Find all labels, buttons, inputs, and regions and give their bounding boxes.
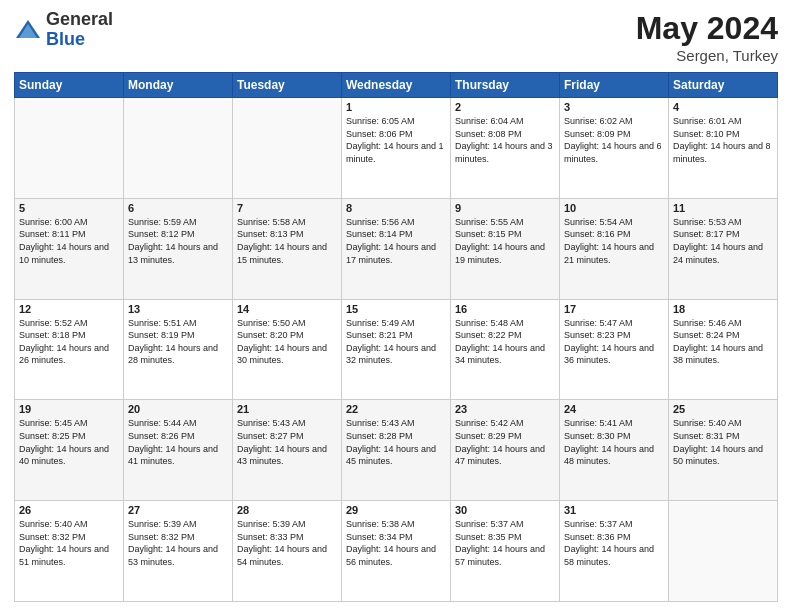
calendar-cell-1-0: 5Sunrise: 6:00 AM Sunset: 8:11 PM Daylig…	[15, 198, 124, 299]
day-number-0-6: 4	[673, 101, 773, 113]
calendar-cell-4-3: 29Sunrise: 5:38 AM Sunset: 8:34 PM Dayli…	[342, 501, 451, 602]
day-info-3-3: Sunrise: 5:43 AM Sunset: 8:28 PM Dayligh…	[346, 417, 446, 467]
calendar-cell-4-0: 26Sunrise: 5:40 AM Sunset: 8:32 PM Dayli…	[15, 501, 124, 602]
logo-icon	[14, 16, 42, 44]
day-info-1-6: Sunrise: 5:53 AM Sunset: 8:17 PM Dayligh…	[673, 216, 773, 266]
day-info-4-3: Sunrise: 5:38 AM Sunset: 8:34 PM Dayligh…	[346, 518, 446, 568]
calendar-cell-2-6: 18Sunrise: 5:46 AM Sunset: 8:24 PM Dayli…	[669, 299, 778, 400]
day-info-4-4: Sunrise: 5:37 AM Sunset: 8:35 PM Dayligh…	[455, 518, 555, 568]
day-info-2-4: Sunrise: 5:48 AM Sunset: 8:22 PM Dayligh…	[455, 317, 555, 367]
day-info-3-4: Sunrise: 5:42 AM Sunset: 8:29 PM Dayligh…	[455, 417, 555, 467]
day-info-2-1: Sunrise: 5:51 AM Sunset: 8:19 PM Dayligh…	[128, 317, 228, 367]
day-info-4-1: Sunrise: 5:39 AM Sunset: 8:32 PM Dayligh…	[128, 518, 228, 568]
day-number-2-0: 12	[19, 303, 119, 315]
page: General Blue May 2024 Sergen, Turkey Sun…	[0, 0, 792, 612]
day-number-3-2: 21	[237, 403, 337, 415]
day-info-2-5: Sunrise: 5:47 AM Sunset: 8:23 PM Dayligh…	[564, 317, 664, 367]
header: General Blue May 2024 Sergen, Turkey	[14, 10, 778, 64]
day-info-1-5: Sunrise: 5:54 AM Sunset: 8:16 PM Dayligh…	[564, 216, 664, 266]
day-number-4-2: 28	[237, 504, 337, 516]
subtitle: Sergen, Turkey	[636, 47, 778, 64]
calendar-cell-3-1: 20Sunrise: 5:44 AM Sunset: 8:26 PM Dayli…	[124, 400, 233, 501]
day-info-3-1: Sunrise: 5:44 AM Sunset: 8:26 PM Dayligh…	[128, 417, 228, 467]
day-number-4-5: 31	[564, 504, 664, 516]
title-block: May 2024 Sergen, Turkey	[636, 10, 778, 64]
day-number-0-3: 1	[346, 101, 446, 113]
day-info-1-0: Sunrise: 6:00 AM Sunset: 8:11 PM Dayligh…	[19, 216, 119, 266]
calendar-cell-2-4: 16Sunrise: 5:48 AM Sunset: 8:22 PM Dayli…	[451, 299, 560, 400]
day-number-1-5: 10	[564, 202, 664, 214]
day-info-0-3: Sunrise: 6:05 AM Sunset: 8:06 PM Dayligh…	[346, 115, 446, 165]
day-info-2-2: Sunrise: 5:50 AM Sunset: 8:20 PM Dayligh…	[237, 317, 337, 367]
week-row-3: 19Sunrise: 5:45 AM Sunset: 8:25 PM Dayli…	[15, 400, 778, 501]
col-friday: Friday	[560, 73, 669, 98]
day-info-2-3: Sunrise: 5:49 AM Sunset: 8:21 PM Dayligh…	[346, 317, 446, 367]
day-number-3-5: 24	[564, 403, 664, 415]
calendar-cell-3-2: 21Sunrise: 5:43 AM Sunset: 8:27 PM Dayli…	[233, 400, 342, 501]
day-number-1-1: 6	[128, 202, 228, 214]
day-number-3-4: 23	[455, 403, 555, 415]
calendar-cell-4-5: 31Sunrise: 5:37 AM Sunset: 8:36 PM Dayli…	[560, 501, 669, 602]
day-info-3-0: Sunrise: 5:45 AM Sunset: 8:25 PM Dayligh…	[19, 417, 119, 467]
calendar-cell-0-1	[124, 98, 233, 199]
day-number-1-2: 7	[237, 202, 337, 214]
logo-blue: Blue	[46, 30, 113, 50]
day-number-2-6: 18	[673, 303, 773, 315]
day-info-2-6: Sunrise: 5:46 AM Sunset: 8:24 PM Dayligh…	[673, 317, 773, 367]
calendar-cell-4-4: 30Sunrise: 5:37 AM Sunset: 8:35 PM Dayli…	[451, 501, 560, 602]
day-info-3-6: Sunrise: 5:40 AM Sunset: 8:31 PM Dayligh…	[673, 417, 773, 467]
day-info-2-0: Sunrise: 5:52 AM Sunset: 8:18 PM Dayligh…	[19, 317, 119, 367]
calendar-cell-3-5: 24Sunrise: 5:41 AM Sunset: 8:30 PM Dayli…	[560, 400, 669, 501]
day-info-0-6: Sunrise: 6:01 AM Sunset: 8:10 PM Dayligh…	[673, 115, 773, 165]
calendar-cell-0-2	[233, 98, 342, 199]
logo-general: General	[46, 10, 113, 30]
day-number-0-5: 3	[564, 101, 664, 113]
day-number-0-4: 2	[455, 101, 555, 113]
logo: General Blue	[14, 10, 113, 50]
day-number-4-4: 30	[455, 504, 555, 516]
day-number-2-3: 15	[346, 303, 446, 315]
day-number-2-5: 17	[564, 303, 664, 315]
calendar-cell-2-1: 13Sunrise: 5:51 AM Sunset: 8:19 PM Dayli…	[124, 299, 233, 400]
day-number-2-4: 16	[455, 303, 555, 315]
day-number-3-1: 20	[128, 403, 228, 415]
week-row-0: 1Sunrise: 6:05 AM Sunset: 8:06 PM Daylig…	[15, 98, 778, 199]
calendar-cell-2-2: 14Sunrise: 5:50 AM Sunset: 8:20 PM Dayli…	[233, 299, 342, 400]
day-info-1-4: Sunrise: 5:55 AM Sunset: 8:15 PM Dayligh…	[455, 216, 555, 266]
day-number-4-1: 27	[128, 504, 228, 516]
day-number-1-3: 8	[346, 202, 446, 214]
week-row-1: 5Sunrise: 6:00 AM Sunset: 8:11 PM Daylig…	[15, 198, 778, 299]
col-saturday: Saturday	[669, 73, 778, 98]
day-number-3-3: 22	[346, 403, 446, 415]
calendar-cell-4-1: 27Sunrise: 5:39 AM Sunset: 8:32 PM Dayli…	[124, 501, 233, 602]
calendar-cell-0-3: 1Sunrise: 6:05 AM Sunset: 8:06 PM Daylig…	[342, 98, 451, 199]
calendar-header-row: Sunday Monday Tuesday Wednesday Thursday…	[15, 73, 778, 98]
calendar-cell-2-5: 17Sunrise: 5:47 AM Sunset: 8:23 PM Dayli…	[560, 299, 669, 400]
col-sunday: Sunday	[15, 73, 124, 98]
calendar-cell-1-1: 6Sunrise: 5:59 AM Sunset: 8:12 PM Daylig…	[124, 198, 233, 299]
day-info-3-2: Sunrise: 5:43 AM Sunset: 8:27 PM Dayligh…	[237, 417, 337, 467]
calendar-table: Sunday Monday Tuesday Wednesday Thursday…	[14, 72, 778, 602]
day-info-1-3: Sunrise: 5:56 AM Sunset: 8:14 PM Dayligh…	[346, 216, 446, 266]
calendar-cell-2-0: 12Sunrise: 5:52 AM Sunset: 8:18 PM Dayli…	[15, 299, 124, 400]
calendar-cell-1-5: 10Sunrise: 5:54 AM Sunset: 8:16 PM Dayli…	[560, 198, 669, 299]
week-row-2: 12Sunrise: 5:52 AM Sunset: 8:18 PM Dayli…	[15, 299, 778, 400]
calendar-cell-1-6: 11Sunrise: 5:53 AM Sunset: 8:17 PM Dayli…	[669, 198, 778, 299]
col-tuesday: Tuesday	[233, 73, 342, 98]
day-info-1-2: Sunrise: 5:58 AM Sunset: 8:13 PM Dayligh…	[237, 216, 337, 266]
calendar-cell-0-4: 2Sunrise: 6:04 AM Sunset: 8:08 PM Daylig…	[451, 98, 560, 199]
calendar-cell-3-3: 22Sunrise: 5:43 AM Sunset: 8:28 PM Dayli…	[342, 400, 451, 501]
calendar-cell-1-3: 8Sunrise: 5:56 AM Sunset: 8:14 PM Daylig…	[342, 198, 451, 299]
day-info-0-5: Sunrise: 6:02 AM Sunset: 8:09 PM Dayligh…	[564, 115, 664, 165]
day-number-3-6: 25	[673, 403, 773, 415]
week-row-4: 26Sunrise: 5:40 AM Sunset: 8:32 PM Dayli…	[15, 501, 778, 602]
day-number-2-1: 13	[128, 303, 228, 315]
day-number-2-2: 14	[237, 303, 337, 315]
logo-text: General Blue	[46, 10, 113, 50]
calendar-cell-4-2: 28Sunrise: 5:39 AM Sunset: 8:33 PM Dayli…	[233, 501, 342, 602]
calendar-cell-2-3: 15Sunrise: 5:49 AM Sunset: 8:21 PM Dayli…	[342, 299, 451, 400]
col-thursday: Thursday	[451, 73, 560, 98]
calendar-cell-0-6: 4Sunrise: 6:01 AM Sunset: 8:10 PM Daylig…	[669, 98, 778, 199]
col-monday: Monday	[124, 73, 233, 98]
calendar-cell-3-4: 23Sunrise: 5:42 AM Sunset: 8:29 PM Dayli…	[451, 400, 560, 501]
